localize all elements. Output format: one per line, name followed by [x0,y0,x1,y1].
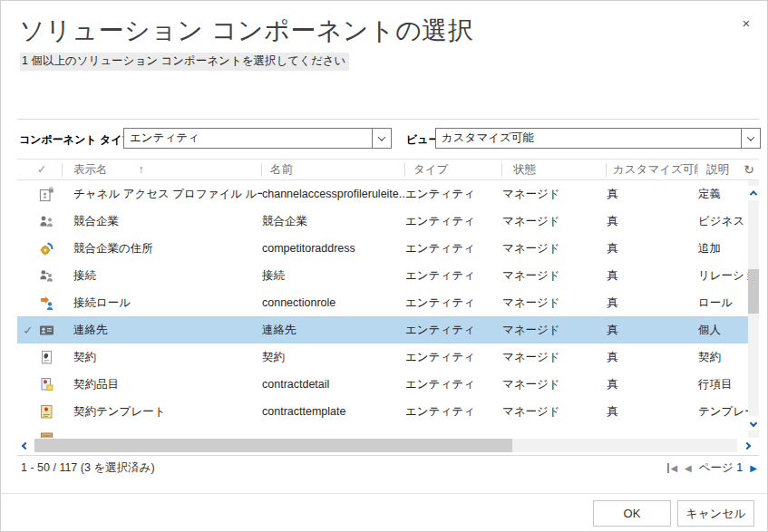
chevron-down-icon [378,133,385,140]
cell-customizable: 真 [607,295,698,311]
ok-button[interactable]: OK [593,500,671,527]
cell-display-name: 契約テンプレート [73,404,262,420]
connection-role-icon [39,295,54,311]
cell-display-name: 競合企業の住所 [73,241,262,256]
cell-display-name: 契約 [73,350,262,365]
next-page-icon[interactable]: ▶ [750,463,757,473]
table-row[interactable]: 契約テンプレートcontracttemplateエンティティマネージド真テンプレ… [17,398,748,425]
cell-state: マネージド [502,350,607,365]
table-row[interactable]: チャネル アクセス プロファイル ルール品目channelaccessprofi… [17,180,748,208]
row-selected-check-icon[interactable]: ✓ [17,324,39,337]
grid-header-row: ✓ 表示名↑ 名前 タイプ 状態 カスタマイズ可能 説明 ↻ [17,159,759,180]
scroll-down-button[interactable] [748,416,759,430]
table-row[interactable]: 競合企業競合企業エンティティマネージド真ビジネス [17,208,748,235]
column-header-description[interactable]: 説明 [698,163,739,177]
view-value: カスタマイズ可能 [436,131,741,146]
cell-customizable: 真 [607,241,698,256]
cell-state: マネージド [502,377,607,392]
select-all-check-icon[interactable]: ✓ [17,163,63,177]
first-page-icon[interactable]: ◀ [667,463,677,473]
cell-type: エンティティ [405,377,502,392]
cell-state: マネージド [502,187,607,202]
cell-state: マネージド [502,214,607,229]
cell-type: エンティティ [405,187,502,202]
cell-type: エンティティ [405,404,502,420]
cell-customizable: 真 [607,187,698,202]
status-bar: 1 - 50 / 117 (3 を選択済み) ◀ ◀ ページ 1 ▶ [17,455,759,480]
cell-display-name: 連絡先 [73,323,262,338]
column-header-name[interactable]: 名前 [262,163,405,177]
table-row[interactable]: 接続接続エンティティマネージド真リレーショ [17,262,748,289]
channel-access-profile-rule-item-icon [39,187,54,202]
scroll-right-button[interactable] [739,438,755,453]
column-header-type[interactable]: タイプ [405,163,502,177]
cell-name: 競合企業 [262,214,405,229]
components-grid: ✓ 表示名↑ 名前 タイプ 状態 カスタマイズ可能 説明 ↻ チャネル アクセス… [17,159,759,480]
select-solution-components-dialog: ソリューション コンポーネントの選択 1 個以上のソリューション コンポーネント… [0,0,768,532]
dialog-subtitle: 1 個以上のソリューション コンポーネントを選択してください [20,53,349,71]
cell-customizable: 真 [607,377,698,392]
column-header-customizable[interactable]: カスタマイズ可能 [607,163,698,177]
record-range-text: 1 - 50 / 117 (3 を選択済み) [17,460,667,476]
cell-customizable: 真 [607,404,698,420]
cell-customizable: 真 [607,323,698,338]
cell-name: contracttemplate [262,405,405,418]
footer-divider [1,493,767,494]
grid-body: チャネル アクセス プロファイル ルール品目channelaccessprofi… [17,180,759,438]
table-row[interactable]: 接続ロールconnectionroleエンティティマネージド真ロール [17,289,748,316]
table-row[interactable] [17,425,748,438]
cell-description: ロール [698,295,748,311]
cell-type: エンティティ [405,268,502,284]
previous-page-icon[interactable]: ◀ [685,463,692,473]
view-select[interactable]: カスタマイズ可能 [435,128,761,149]
chevron-down-icon [750,420,757,427]
grid-rows-container: チャネル アクセス プロファイル ルール品目channelaccessprofi… [17,180,748,438]
table-row[interactable]: 契約品目contractdetailエンティティマネージド真行項目 [17,371,748,398]
component-type-select[interactable]: エンティティ [123,128,392,149]
cell-state: マネージド [502,404,607,420]
table-row[interactable]: ✓連絡先連絡先エンティティマネージド真個人 [17,316,748,343]
cell-description: 定義 [698,187,748,202]
cell-description: 個人 [698,323,748,338]
table-row[interactable]: 契約契約エンティティマネージド真契約 [17,343,748,371]
component-type-dropdown-button[interactable] [372,129,391,148]
cell-display-name: 競合企業 [73,214,262,229]
partial-entity-icon [39,431,54,439]
cell-type: エンティティ [405,241,502,256]
header-divider [17,119,759,120]
cell-state: マネージド [502,295,607,311]
scroll-up-button[interactable] [748,186,759,200]
scroll-left-button[interactable] [17,438,34,453]
close-icon[interactable]: × [736,14,756,34]
horizontal-scrollbar-thumb[interactable] [34,439,512,452]
competitor-icon [39,214,54,229]
chevron-right-icon [744,441,751,449]
view-dropdown-button[interactable] [741,129,760,148]
cancel-button[interactable]: キャンセル [677,500,754,527]
pager: ◀ ◀ ページ 1 ▶ [667,460,759,476]
refresh-icon[interactable]: ↻ [739,162,759,177]
column-header-display-name[interactable]: 表示名↑ [63,163,262,177]
cell-display-name: 契約品目 [73,377,262,392]
cell-customizable: 真 [607,350,698,365]
chevron-left-icon [22,441,29,449]
contract-detail-icon [39,377,54,392]
cell-state: マネージド [502,241,607,256]
sort-ascending-icon: ↑ [139,163,144,176]
cell-type: エンティティ [405,323,502,338]
cell-customizable: 真 [607,214,698,229]
horizontal-scrollbar[interactable] [17,438,759,453]
cell-customizable: 真 [607,268,698,284]
cell-display-name: 接続 [73,268,262,284]
horizontal-scrollbar-track[interactable] [34,439,737,452]
contact-icon [39,323,54,338]
column-header-state[interactable]: 状態 [502,163,607,177]
cell-name: connectionrole [262,296,405,309]
table-row[interactable]: 競合企業の住所competitoraddressエンティティマネージド真追加 [17,235,748,262]
cell-type: エンティティ [405,295,502,311]
vertical-scrollbar[interactable] [748,180,759,438]
component-type-value: エンティティ [124,131,372,146]
chevron-down-icon [747,133,754,140]
cell-description: ビジネス [698,214,748,229]
vertical-scrollbar-thumb[interactable] [748,269,759,314]
